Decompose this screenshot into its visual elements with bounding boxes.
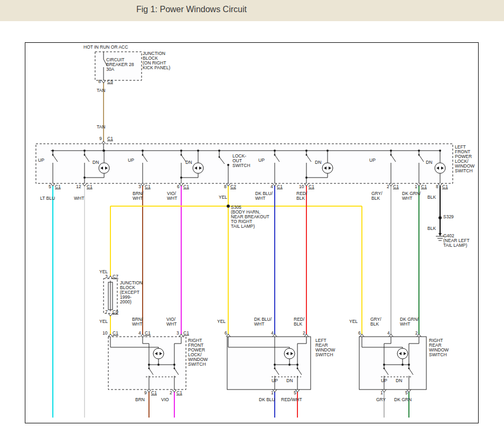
junction-dot xyxy=(142,154,144,156)
connector-c1-pin3[interactable]: C1 xyxy=(145,184,151,189)
dn-label-1: DN xyxy=(92,160,99,165)
wire-red-blk-label-2: RED/ BLK xyxy=(294,317,304,327)
wire-red-blk-label-1: RED/ BLK xyxy=(296,191,307,201)
connector-c1-b1p2[interactable]: C1 xyxy=(176,391,182,395)
junction-dot xyxy=(173,364,175,366)
left-front-switch-name: LEFT FRONT POWER LOCK/ WINDOW SWITCH xyxy=(455,145,474,173)
up-label-3: UP xyxy=(258,158,265,163)
connector-pin-mark xyxy=(389,183,393,186)
hot-in-run-or-acc: HOT IN RUN OR ACC xyxy=(83,45,128,50)
wire-brn-label: BRN xyxy=(135,397,145,402)
ground-g402-label: G402 (NEAR LEFT TAIL LAMP) xyxy=(443,234,470,248)
pin-4b-number: 4 xyxy=(138,331,141,336)
pin-5-box3: 5 xyxy=(405,391,408,395)
junction-dot xyxy=(227,205,230,208)
wire-lt-blu-label: LT BLU xyxy=(40,196,55,201)
connector-c1-pin1[interactable]: C1 xyxy=(421,184,427,189)
connector-c1-pin5[interactable]: C1 xyxy=(55,184,61,189)
connector-c1-pin6[interactable]: C1 xyxy=(183,184,189,189)
connector-pin-mark xyxy=(101,141,106,144)
connector-pin-mark xyxy=(141,334,145,337)
connector-pin-mark xyxy=(108,334,113,337)
junction-dot xyxy=(306,154,307,156)
dn-label-4: DN xyxy=(426,160,432,165)
junction-dot xyxy=(402,364,404,366)
junction-dot xyxy=(274,368,276,369)
junction-dot xyxy=(52,150,54,152)
wire-vio-label: VIO xyxy=(161,397,169,402)
pin-10-number: 10 xyxy=(299,184,304,189)
pin-1-number: 1 xyxy=(415,184,417,189)
pin-8-c5-number: 8 xyxy=(98,79,101,84)
up-label-box2: UP xyxy=(272,378,278,383)
junction-dot xyxy=(52,154,54,156)
junction-dot xyxy=(148,364,150,366)
connector-c1-b1p3[interactable]: C1 xyxy=(183,331,189,336)
connector-c1-pin8[interactable]: C1 xyxy=(442,184,448,189)
junction-dot xyxy=(227,164,229,166)
pin-2c-number: 2 xyxy=(170,391,172,395)
splice-s329-label: S329 xyxy=(443,215,454,219)
junction-dot xyxy=(439,150,441,152)
pin-1-box2: 1 xyxy=(271,391,274,395)
junction-dot xyxy=(383,364,385,366)
connector-c1-b1p4[interactable]: C1 xyxy=(145,331,151,336)
connector-pin-mark xyxy=(304,183,309,186)
pin-12-number: 12 xyxy=(76,184,81,189)
ground-symbol-icon xyxy=(438,233,442,236)
up-label-1: UP xyxy=(38,158,44,163)
pin-8-c2-number: 8 xyxy=(224,184,227,189)
pin-7-c9-number: 7 xyxy=(105,310,108,314)
dn-label-box2: DN xyxy=(286,378,293,383)
connector-pin-mark xyxy=(438,183,442,186)
dn-label-3: DN xyxy=(315,160,321,165)
wire-wht-label: WHT xyxy=(74,196,84,201)
junction-dot xyxy=(148,368,150,369)
junction-dot xyxy=(218,150,220,152)
wire-brn-wht-label-2: BRN/ WHT xyxy=(132,317,143,327)
connector-c1-pin10[interactable]: C1 xyxy=(309,184,314,189)
up-label-box3: UP xyxy=(381,378,387,383)
wire-yel-label-1: YEL xyxy=(219,195,227,200)
junction-dot xyxy=(305,177,307,179)
wire-blk-label-1: BLK xyxy=(427,195,436,200)
wire-yel-label-5: YEL xyxy=(349,319,358,324)
connector-c5[interactable]: C5 xyxy=(107,79,113,84)
dn-label-box3: DN xyxy=(396,378,402,383)
junction-dot xyxy=(180,177,182,179)
pin-4-box3: 4 xyxy=(387,331,390,336)
junction-dot xyxy=(84,154,86,156)
junction-dot xyxy=(408,368,410,369)
junction-dot xyxy=(384,368,385,369)
connector-c1-b1p10[interactable]: C1 xyxy=(113,331,118,336)
connector-c2[interactable]: C2 xyxy=(230,184,236,189)
junction-dot xyxy=(219,156,220,158)
pin-2-box3: 2 xyxy=(415,331,418,336)
junction-dot xyxy=(296,364,298,366)
junction-dot xyxy=(103,150,105,152)
connector-pin-mark xyxy=(417,183,421,186)
connector-pin-mark xyxy=(179,334,183,337)
junction-dot xyxy=(408,364,410,366)
junction-dot xyxy=(174,368,175,369)
connector-c1-top[interactable]: C1 xyxy=(107,136,113,141)
connector-c1-pin4[interactable]: C1 xyxy=(277,184,283,189)
up-label-4: UP xyxy=(369,158,376,163)
connector-c1-pin12[interactable]: C1 xyxy=(87,184,92,189)
junction-dot xyxy=(181,154,182,156)
wire-red-wht-label: RED/WHT xyxy=(281,397,302,402)
connector-pin-mark xyxy=(172,390,176,392)
lockout-switch-name: LOCK- OUT SWITCH xyxy=(232,154,250,168)
connector-c7[interactable]: C7 xyxy=(113,274,118,279)
wire-vio-wht-label-1: VIO/ WHT xyxy=(167,191,177,201)
connector-c1-b1p9[interactable]: C1 xyxy=(151,391,157,395)
junction-dot xyxy=(418,150,420,152)
junction-dot xyxy=(418,154,420,156)
pin-4-box2: 4 xyxy=(271,331,274,336)
right-rear-switch-name: RIGHT REAR WINDOW SWITCH xyxy=(429,338,449,357)
connector-c9[interactable]: C9 xyxy=(113,310,118,314)
left-rear-switch-name: LEFT REAR WINDOW SWITCH xyxy=(315,338,335,357)
junction-dot xyxy=(326,150,329,152)
pin-8b-number: 8 xyxy=(436,184,438,189)
connector-c1-pin2[interactable]: C1 xyxy=(393,184,399,189)
